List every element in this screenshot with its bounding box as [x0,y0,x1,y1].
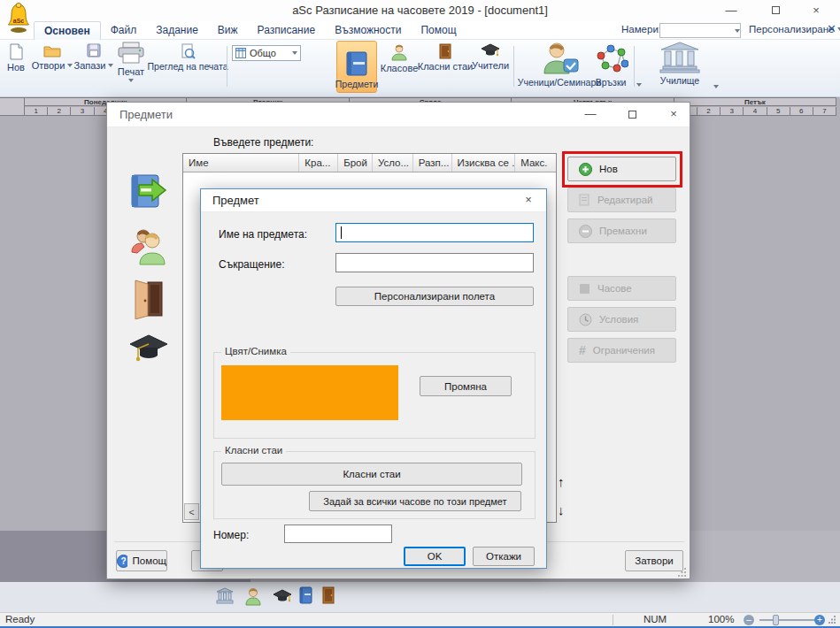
zoom-slider-track[interactable] [759,619,816,621]
find-combobox[interactable] [659,23,741,38]
grid-period-header: 3 [721,107,744,116]
subjects-prompt-label: Въведете предмети: [213,136,313,149]
classrooms-group-label: Класни стаи [221,445,286,456]
ribbon-new-button[interactable]: Нов [2,43,30,73]
chevron-down-icon[interactable] [735,29,740,33]
bottom-classrooms-icon[interactable] [322,586,335,604]
cancel-button[interactable]: Откажи [473,547,535,566]
sidebar-classrooms-icon[interactable] [128,279,169,319]
subject-abbr-input[interactable] [335,253,534,272]
ribbon-separator [634,46,635,87]
ribbon-save-button[interactable]: Запази [74,43,113,71]
window-maximize-button[interactable] [763,3,788,19]
edit-subject-button[interactable]: Редактирай [567,188,676,212]
column-header-conditions[interactable]: Усло... [373,154,413,172]
asc-bell-logo-icon[interactable]: aSc [5,2,32,34]
ribbon-teachers-button[interactable]: Учители [471,43,510,71]
column-header-count[interactable]: Брой [338,154,373,172]
scroll-left-button[interactable]: < [184,503,199,520]
ribbon-subjects-button[interactable]: Предмети [336,41,377,93]
subject-dialog-close-button[interactable]: × [518,193,539,206]
column-header-abbr[interactable]: Кра... [299,154,338,172]
title-bar: aSc Разписание на часовете 2019 - [docum… [0,0,840,21]
chevron-down-icon[interactable] [128,79,134,82]
set-all-lessons-button[interactable]: Задай за всички часове по този предмет [309,491,521,511]
sidebar-teachers-icon[interactable] [128,332,169,372]
move-down-button[interactable]: ↓ [558,502,565,517]
printer-icon [116,42,146,65]
subject-abbr-label: Съкращение: [219,258,285,271]
status-num-indicator: NUM [633,614,677,624]
student-check-icon [539,42,580,75]
svg-text:?: ? [120,556,126,566]
ribbon-print-preview-button[interactable]: Преглед на печата [150,43,225,72]
custom-fields-button[interactable]: Персонализирани полета [335,287,534,306]
zoom-slider-thumb[interactable] [773,615,779,625]
window-close-button[interactable]: × [804,3,828,19]
column-header-max[interactable]: Макс. [515,154,556,172]
conditions-button[interactable]: Условия [567,307,676,332]
classrooms-button[interactable]: Класни стаи [221,463,522,486]
remove-subject-button[interactable]: Премахни [567,218,676,243]
ok-button[interactable]: OK [404,547,466,566]
status-separator [613,615,613,625]
column-header-name[interactable]: Име [183,154,299,172]
ribbon-links-button[interactable]: Връзки [591,42,630,88]
dialog-maximize-button[interactable] [620,107,644,121]
column-header-distribution[interactable]: Разп... [413,154,452,172]
ribbon-classrooms-button[interactable]: Класни стаи [421,43,469,72]
minus-circle-icon [579,225,592,238]
tab-help[interactable]: Помощ [411,21,466,40]
ribbon-school-button[interactable]: Училище [650,42,710,86]
subject-dialog-title: Предмет [212,194,259,207]
constraints-button[interactable]: # Ограничения [567,338,676,363]
tab-view[interactable]: Виж [208,21,248,40]
tab-home[interactable]: Основен [34,21,101,40]
find-label: Намери: [621,24,661,34]
bottom-subjects-icon[interactable] [299,586,312,604]
ribbon-classes-button[interactable]: Класове [379,43,420,73]
change-color-button[interactable]: Промяна [420,376,512,396]
view-select-combobox[interactable]: Общо [232,45,301,61]
resize-grip-icon[interactable] [828,616,836,624]
column-header-requires[interactable]: Изисква се ... [452,154,516,172]
floppy-save-icon [87,43,101,58]
color-swatch[interactable] [221,365,398,420]
ribbon-group-expand-icon[interactable] [636,83,642,87]
zoom-out-button[interactable]: – [744,615,754,625]
zoom-in-button[interactable]: + [814,615,825,625]
ribbon-open-button[interactable]: Отвори [32,43,73,71]
ribbon-students-button[interactable]: Ученици/Семинари [517,42,602,88]
lessons-button[interactable]: Часове [567,276,676,301]
dialog-resize-grip-icon[interactable] [678,568,687,577]
edit-icon [579,194,590,206]
subject-name-input[interactable] [335,223,534,242]
tab-file[interactable]: Файл [101,21,147,40]
help-button[interactable]: ? Помощ [116,550,167,571]
folder-icon [43,43,61,58]
bottom-classes-icon[interactable] [244,586,262,606]
bottom-teachers-icon[interactable] [273,589,292,604]
tab-assignment[interactable]: Задание [146,21,208,40]
tab-options[interactable]: Възможности [325,21,411,40]
ribbon-group-expand-icon[interactable] [713,85,719,88]
move-up-button[interactable]: ↑ [558,474,565,489]
grid-period-header: 2 [697,107,721,116]
sidebar-classes-icon[interactable] [128,226,169,266]
person-icon [390,43,408,61]
ribbon-print-button[interactable]: Печат [113,42,149,82]
number-label: Номер: [213,529,249,541]
bottom-school-icon[interactable] [216,587,234,605]
tab-timetable[interactable]: Разписание [248,21,326,40]
grid-period-header: 2 [48,107,71,116]
dialog-minimize-button[interactable]: — [578,107,603,120]
chevron-down-icon[interactable] [292,51,297,55]
dialog-close-button[interactable]: × [661,107,686,120]
sidebar-subjects-icon[interactable] [128,172,169,212]
grid-corner-cell [0,97,25,116]
bottom-toolbar [0,582,840,612]
number-input[interactable] [284,525,392,543]
customize-close-icon[interactable]: ✕ [827,22,836,35]
close-dialog-button[interactable]: Затвори [625,550,683,571]
window-minimize-button[interactable]: — [719,3,744,19]
